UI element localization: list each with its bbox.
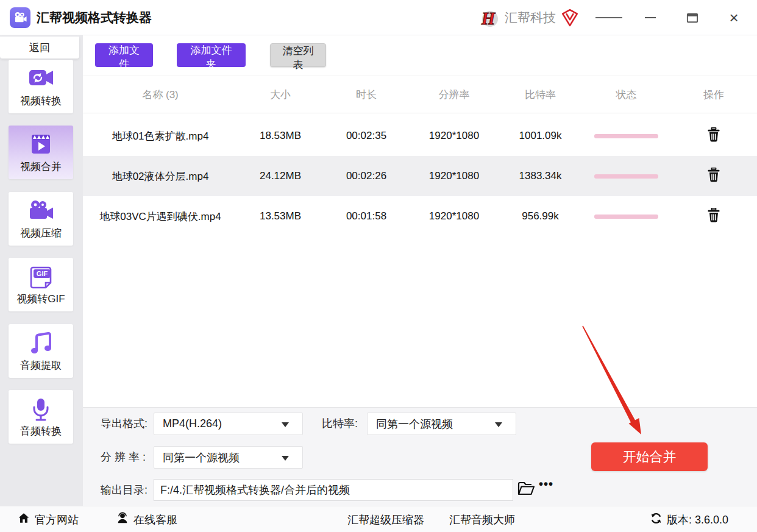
close-button[interactable]: ×: [720, 0, 747, 35]
main-content: 添加文件 添加文件夹 清空列表 名称 (3) 大小 时长 分辨率 比特率 状态 …: [83, 35, 757, 506]
svg-text:H: H: [481, 9, 496, 28]
video-to-gif-icon: GIF: [9, 265, 73, 289]
super-compressor-label: 汇帮超级压缩器: [347, 512, 424, 527]
audio-extract-icon: [9, 332, 73, 356]
output-dir-input[interactable]: [154, 479, 513, 501]
file-bitrate: 956.99k: [499, 210, 582, 222]
audio-master-link[interactable]: 汇帮音频大师: [449, 506, 515, 532]
file-duration: 00:02:35: [323, 130, 410, 142]
audio-convert-icon: [9, 397, 73, 422]
table-row[interactable]: 地球01色素扩散.mp4 18.53MB 00:02:35 1920*1080 …: [83, 116, 757, 156]
delete-file-button[interactable]: [705, 165, 723, 187]
resolution-label: 分 辨 率 :: [101, 446, 146, 469]
vip-shield-icon[interactable]: [561, 9, 579, 29]
bitrate-label: 比特率:: [322, 413, 358, 435]
sidebar-item-label: 视频合并: [20, 160, 62, 174]
official-site-label: 官方网站: [35, 512, 79, 527]
resolution-select[interactable]: 同第一个源视频: [154, 446, 303, 469]
minimize-button[interactable]: [637, 0, 664, 35]
output-settings-panel: 导出格式: MP4(H.264) 比特率: 同第一个源视频 分 辨 率 : 同第…: [83, 407, 757, 506]
export-format-value: MP4(H.264): [163, 417, 222, 430]
file-resolution: 1920*1080: [410, 130, 499, 142]
brand-h-logo-icon: H: [478, 6, 501, 32]
table-row[interactable]: 地球02液体分层.mp4 24.12MB 00:02:26 1920*1080 …: [83, 156, 757, 196]
super-compressor-link[interactable]: 汇帮超级压缩器: [347, 506, 424, 532]
back-button[interactable]: 返回: [0, 37, 79, 59]
col-header-resolution: 分辨率: [410, 88, 499, 102]
bitrate-select[interactable]: 同第一个源视频: [367, 413, 516, 435]
sidebar-item-audio-convert[interactable]: 音频转换: [9, 390, 73, 444]
online-service-label: 在线客服: [133, 512, 177, 527]
file-resolution: 1920*1080: [410, 210, 499, 222]
file-resolution: 1920*1080: [410, 170, 499, 182]
video-merge-icon: [9, 133, 73, 156]
video-compress-icon: [9, 199, 73, 222]
col-header-action: 操作: [670, 88, 757, 102]
home-icon: [17, 511, 30, 528]
delete-file-button[interactable]: [705, 125, 723, 147]
export-format-select[interactable]: MP4(H.264): [154, 413, 303, 435]
progress-bar: [594, 215, 658, 219]
sidebar-item-video-merge[interactable]: 视频合并: [9, 126, 73, 179]
chevron-down-icon: [495, 422, 502, 427]
file-name: 地球01色素扩散.mp4: [83, 129, 238, 143]
file-duration: 00:02:26: [323, 170, 410, 182]
sidebar-item-audio-extract[interactable]: 音频提取: [9, 324, 73, 378]
file-bitrate: 1383.34k: [499, 170, 582, 182]
sidebar-item-label: 音频提取: [20, 358, 62, 372]
table-header: 名称 (3) 大小 时长 分辨率 比特率 状态 操作: [83, 76, 757, 113]
customer-service-icon: [116, 511, 129, 528]
sidebar-item-video-to-gif[interactable]: GIF 视频转GIF: [9, 258, 73, 311]
col-header-bitrate: 比特率: [499, 88, 582, 102]
svg-text:GIF: GIF: [37, 270, 48, 277]
sidebar-item-label: 音频转换: [20, 424, 62, 438]
chevron-down-icon: [282, 422, 289, 427]
app-logo-icon: [10, 7, 30, 28]
refresh-icon[interactable]: [650, 512, 663, 528]
clear-list-button[interactable]: 清空列表: [270, 43, 326, 67]
online-service-link[interactable]: 在线客服: [116, 506, 177, 532]
file-toolbar: 添加文件 添加文件夹 清空列表: [83, 35, 757, 76]
file-name: 地球03VC片遇到碘伏.mp4: [83, 210, 238, 224]
file-bitrate: 1001.09k: [499, 130, 582, 142]
video-convert-icon: [9, 67, 73, 89]
col-header-size: 大小: [238, 88, 323, 102]
export-format-label: 导出格式:: [101, 413, 147, 435]
audio-master-label: 汇帮音频大师: [449, 512, 515, 527]
sidebar-item-video-compress[interactable]: 视频压缩: [9, 192, 73, 246]
col-header-status: 状态: [582, 88, 670, 102]
sidebar-item-label: 视频压缩: [20, 226, 62, 240]
title-bar: 汇帮视频格式转换器 H 汇帮科技 ×: [0, 0, 757, 35]
resolution-value: 同第一个源视频: [163, 450, 240, 465]
version-info: 版本: 3.6.0.0: [650, 506, 728, 532]
add-folder-button[interactable]: 添加文件夹: [177, 43, 246, 67]
app-title: 汇帮视频格式转换器: [37, 0, 152, 35]
sidebar-item-video-convert[interactable]: 视频转换: [9, 60, 73, 113]
chevron-down-icon: [282, 456, 289, 461]
sidebar-item-label: 视频转换: [20, 94, 62, 108]
status-bar: 官方网站 在线客服 汇帮超级压缩器 汇帮音频大师: [0, 506, 757, 532]
browse-folder-button[interactable]: [517, 480, 535, 499]
brand-name: 汇帮科技: [505, 0, 556, 35]
progress-bar: [594, 134, 658, 138]
official-site-link[interactable]: 官方网站: [17, 506, 79, 532]
col-header-duration: 时长: [323, 88, 410, 102]
menu-button[interactable]: [595, 0, 622, 35]
sidebar: 返回 视频转换: [0, 35, 83, 506]
file-size: 18.53MB: [238, 130, 323, 142]
delete-file-button[interactable]: [705, 205, 723, 227]
progress-bar: [594, 174, 658, 179]
more-options-button[interactable]: •••: [539, 477, 553, 491]
file-name: 地球02液体分层.mp4: [83, 169, 238, 183]
maximize-button[interactable]: [679, 0, 706, 35]
version-label: 版本: 3.6.0.0: [667, 512, 728, 527]
table-row[interactable]: 地球03VC片遇到碘伏.mp4 13.53MB 00:01:58 1920*10…: [83, 196, 757, 236]
output-dir-label: 输出目录:: [101, 479, 147, 502]
start-merge-button[interactable]: 开始合并: [591, 442, 708, 471]
file-size: 13.53MB: [238, 210, 323, 222]
file-size: 24.12MB: [238, 170, 323, 182]
sidebar-item-label: 视频转GIF: [16, 292, 65, 306]
add-file-button[interactable]: 添加文件: [95, 43, 153, 67]
file-duration: 00:01:58: [323, 210, 410, 222]
app-window: 汇帮视频格式转换器 H 汇帮科技 × 返回: [0, 0, 757, 532]
